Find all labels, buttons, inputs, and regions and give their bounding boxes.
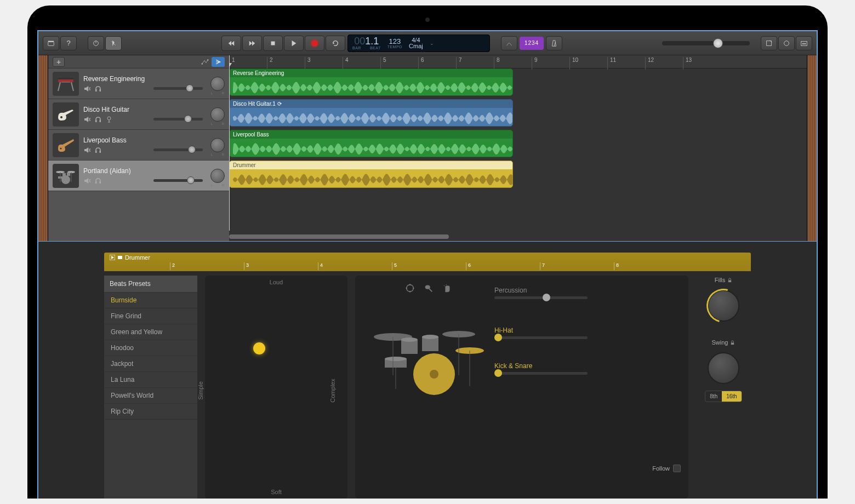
slider-handle[interactable] [543, 294, 550, 301]
track-instrument-icon[interactable] [53, 102, 79, 127]
library-button[interactable] [43, 36, 59, 50]
mute-icon[interactable] [83, 146, 91, 154]
timeline-ruler[interactable]: 12345678910111213 [229, 55, 807, 68]
media-browser-button[interactable] [796, 36, 812, 50]
mute-icon[interactable] [83, 116, 91, 123]
shaker-icon[interactable] [424, 283, 434, 293]
record-button[interactable] [305, 36, 324, 51]
smart-controls-button[interactable] [88, 36, 104, 50]
hihat-slider[interactable] [494, 336, 588, 339]
input-monitor-icon[interactable] [105, 116, 113, 123]
fills-knob[interactable] [708, 290, 739, 322]
seg-8th[interactable]: 8th [705, 391, 722, 402]
pan-knob[interactable]: LR [210, 107, 225, 122]
swing-knob[interactable] [708, 352, 739, 384]
horizontal-scrollbar[interactable] [229, 234, 807, 240]
lcd-display[interactable]: 001.1 BARBEAT 123 TEMPO 4/4 Cmaj ⌄ [347, 35, 490, 52]
ruler-tick: 4 [343, 57, 349, 70]
slider-handle[interactable] [184, 115, 192, 123]
svg-point-53 [409, 291, 411, 293]
tempo-value[interactable]: 123 [389, 38, 401, 45]
master-volume-slider[interactable] [662, 41, 750, 45]
ruler-tick: 10 [569, 57, 578, 70]
metronome-button[interactable] [546, 36, 562, 50]
svg-point-31 [60, 147, 62, 149]
preset-item[interactable]: Fine Grind [104, 308, 197, 324]
stop-button[interactable] [263, 36, 283, 51]
track-volume-slider[interactable] [153, 118, 203, 121]
tuner-button[interactable] [501, 36, 517, 50]
headphones-icon[interactable] [94, 85, 102, 93]
preset-item[interactable]: Jackpot [104, 356, 197, 372]
preset-item[interactable]: Rip City [104, 404, 197, 420]
follow-control[interactable]: Follow [652, 465, 681, 472]
play-button[interactable] [284, 36, 304, 51]
svg-point-23 [60, 116, 62, 118]
catch-playhead-icon[interactable] [212, 57, 225, 67]
scrollbar-thumb[interactable] [229, 234, 449, 239]
key-value[interactable]: Cmaj [409, 43, 423, 49]
track-instrument-icon[interactable] [53, 133, 79, 157]
count-in-button[interactable]: 1234 [520, 37, 544, 50]
drum-kit-illustration[interactable] [363, 283, 494, 491]
arrangement-area[interactable]: 12345678910111213 Reverse EngineeringDis… [229, 55, 807, 241]
track-row[interactable]: Disco Hit GuitarLR [48, 99, 229, 130]
slider-handle[interactable] [494, 369, 502, 377]
track-instrument-icon[interactable] [53, 72, 79, 96]
xy-pad[interactable]: Loud Soft Simple Complex [205, 276, 347, 499]
headphones-icon[interactable] [94, 177, 102, 185]
track-row[interactable]: Reverse EngineeringLR [48, 68, 229, 99]
region[interactable]: Disco Hit Guitar.1 ⟳ [229, 99, 513, 127]
ruler-tick: 9 [532, 57, 538, 70]
add-track-button[interactable]: + [53, 57, 65, 67]
track-instrument-icon[interactable] [53, 164, 79, 188]
mute-icon[interactable] [83, 85, 91, 93]
notepad-button[interactable] [761, 36, 777, 50]
percussion-slider[interactable] [494, 296, 588, 299]
help-button[interactable]: ? [60, 36, 77, 50]
handclap-icon[interactable] [442, 283, 452, 293]
region[interactable]: Reverse Engineering [229, 68, 513, 96]
lcd-menu-chevron-icon[interactable]: ⌄ [430, 41, 434, 46]
right-knob-column: Fills Swing 8th 16th [696, 276, 751, 499]
preset-item[interactable]: Hoodoo [104, 340, 197, 356]
mute-icon[interactable] [83, 177, 91, 185]
kicksnare-slider[interactable] [494, 372, 588, 375]
pan-knob[interactable]: LR [210, 138, 225, 152]
pan-knob[interactable]: LR [210, 77, 225, 91]
editors-button[interactable] [105, 36, 122, 50]
seg-16th[interactable]: 16th [722, 391, 741, 402]
loop-browser-button[interactable] [778, 36, 795, 50]
automation-icon[interactable] [198, 57, 212, 67]
slider-handle[interactable] [188, 146, 196, 153]
track-volume-slider[interactable] [153, 148, 203, 151]
tambourine-icon[interactable] [405, 283, 415, 293]
track-row[interactable]: Liverpool BassLR [48, 130, 229, 161]
region[interactable]: Drummer [229, 161, 513, 188]
track-row[interactable]: Portland (Aidan)LR [48, 161, 229, 191]
follow-checkbox[interactable] [673, 465, 681, 472]
slider-handle[interactable] [187, 176, 195, 184]
preset-item[interactable]: Burnside [104, 293, 197, 308]
time-signature[interactable]: 4/4 [412, 37, 420, 43]
headphones-icon[interactable] [94, 146, 102, 154]
svg-line-57 [444, 285, 445, 287]
pan-knob[interactable]: LR [210, 169, 225, 183]
playhead[interactable] [229, 55, 230, 231]
drummer-ruler[interactable]: Drummer 2345678 [104, 253, 751, 271]
slider-handle[interactable] [494, 334, 502, 341]
swing-resolution-segment[interactable]: 8th 16th [705, 391, 742, 402]
preset-item[interactable]: La Luna [104, 372, 197, 388]
forward-button[interactable] [242, 36, 262, 51]
track-volume-slider[interactable] [153, 87, 203, 90]
preset-item[interactable]: Powell's World [104, 388, 197, 404]
cycle-button[interactable] [326, 36, 345, 51]
xy-puck[interactable] [253, 342, 265, 354]
slider-handle[interactable] [186, 84, 193, 92]
preset-item[interactable]: Green and Yellow [104, 324, 197, 340]
rewind-button[interactable] [221, 36, 241, 51]
region[interactable]: Liverpool Bass [229, 130, 513, 157]
volume-knob[interactable] [713, 38, 723, 48]
track-volume-slider[interactable] [153, 179, 203, 182]
headphones-icon[interactable] [94, 116, 102, 123]
